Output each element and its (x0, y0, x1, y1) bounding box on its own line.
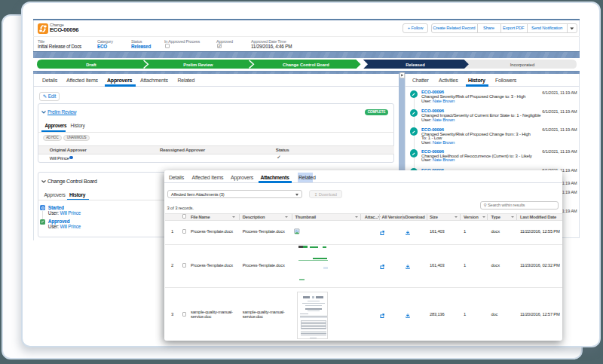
svg-text:Prelim Review: Prelim Review (184, 62, 214, 66)
svg-text:Draft: Draft (87, 62, 97, 66)
svg-text:Change Control Board: Change Control Board (283, 62, 330, 66)
svg-text:Incorporated: Incorporated (510, 62, 535, 66)
svg-text:Released: Released (406, 62, 426, 66)
